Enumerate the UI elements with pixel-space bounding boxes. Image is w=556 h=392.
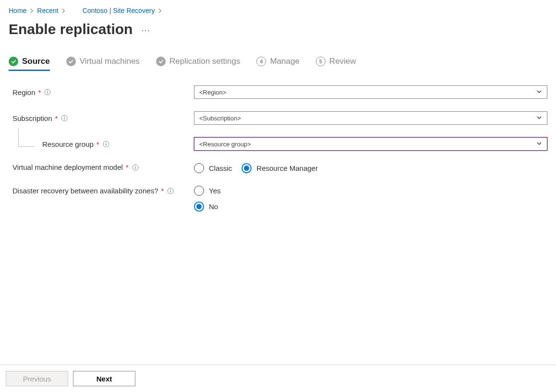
form-area: Region * <Region> Subscription * <box>12 85 547 212</box>
svg-rect-7 <box>106 143 106 145</box>
breadcrumb-contoso-site-recovery[interactable]: Contoso | Site Recovery <box>83 7 155 14</box>
label-text: Region <box>12 88 36 96</box>
chevron-right-icon <box>61 7 66 14</box>
step-label: Virtual machines <box>80 57 140 66</box>
svg-rect-13 <box>170 190 171 192</box>
svg-rect-4 <box>64 118 65 119</box>
step-manage[interactable]: 4 Manage <box>256 57 299 71</box>
svg-rect-5 <box>64 116 65 117</box>
row-region: Region * <Region> <box>12 85 547 99</box>
label-resource-group: Resource group * <box>12 140 194 148</box>
step-source[interactable]: Source <box>9 57 50 71</box>
radio-label: Resource Manager <box>256 164 318 172</box>
breadcrumb: Home Recent Contoso | Site Recovery <box>9 7 547 14</box>
svg-rect-10 <box>135 167 135 169</box>
row-resource-group: Resource group * <Resource group> <box>12 137 547 151</box>
step-number-icon: 4 <box>256 57 266 66</box>
radio-label: Classic <box>209 164 232 172</box>
previous-button: Previous <box>6 371 68 386</box>
radio-icon <box>242 163 252 173</box>
check-icon <box>9 57 18 66</box>
chevron-down-icon <box>536 141 542 148</box>
svg-rect-14 <box>170 190 171 190</box>
next-button[interactable]: Next <box>73 371 135 386</box>
svg-rect-11 <box>135 166 135 166</box>
check-icon <box>156 57 166 66</box>
radio-label: No <box>209 202 218 211</box>
chevron-right-icon <box>157 7 162 14</box>
dr-between-az-radio-group: Yes No <box>194 186 220 212</box>
step-virtual-machines[interactable]: Virtual machines <box>66 57 140 71</box>
label-subscription: Subscription * <box>12 114 194 122</box>
subscription-dropdown[interactable]: <Subscription> <box>194 111 547 125</box>
required-indicator: * <box>38 88 41 96</box>
label-text: Disaster recovery between availability z… <box>12 186 158 197</box>
radio-icon <box>194 163 204 173</box>
step-label: Manage <box>270 57 299 66</box>
breadcrumb-home[interactable]: Home <box>9 7 26 14</box>
radio-resource-manager[interactable]: Resource Manager <box>242 163 318 173</box>
svg-rect-2 <box>48 90 48 91</box>
row-subscription: Subscription * <Subscription> <box>12 111 547 125</box>
svg-rect-1 <box>48 92 48 94</box>
wizard-footer: Previous Next <box>0 365 556 392</box>
radio-classic[interactable]: Classic <box>194 163 232 173</box>
radio-dr-yes[interactable]: Yes <box>194 186 220 196</box>
step-review[interactable]: 5 Review <box>316 57 356 71</box>
info-icon[interactable] <box>102 140 110 148</box>
check-icon <box>66 57 76 66</box>
step-number-icon: 5 <box>316 57 326 66</box>
step-replication-settings[interactable]: Replication settings <box>156 57 240 71</box>
row-dr-between-az: Disaster recovery between availability z… <box>12 186 547 212</box>
required-indicator: * <box>97 140 99 148</box>
label-region: Region * <box>12 88 194 96</box>
more-actions-button[interactable]: ··· <box>141 24 150 35</box>
info-icon[interactable] <box>132 164 139 171</box>
dropdown-value: <Subscription> <box>199 115 241 122</box>
radio-icon <box>194 186 204 196</box>
label-deployment-model: Virtual machine deployment model * <box>12 163 194 171</box>
label-text: Resource group <box>42 140 94 148</box>
breadcrumb-recent[interactable]: Recent <box>37 7 58 14</box>
chevron-down-icon <box>536 89 542 96</box>
step-label: Review <box>329 57 356 66</box>
info-icon[interactable] <box>167 187 174 195</box>
resource-group-dropdown[interactable]: <Resource group> <box>194 137 547 151</box>
dropdown-value: <Region> <box>199 89 226 96</box>
chevron-down-icon <box>536 115 542 122</box>
row-deployment-model: Virtual machine deployment model * Class… <box>12 163 547 173</box>
label-text: Virtual machine deployment model <box>12 163 123 171</box>
step-label: Replication settings <box>169 57 240 66</box>
wizard-steps: Source Virtual machines Replication sett… <box>9 57 547 71</box>
info-icon[interactable] <box>60 114 68 122</box>
chevron-right-icon <box>29 7 34 14</box>
deployment-model-radio-group: Classic Resource Manager <box>194 163 318 173</box>
indent-line <box>18 129 35 147</box>
radio-dr-no[interactable]: No <box>194 202 220 212</box>
required-indicator: * <box>55 114 58 122</box>
radio-label: Yes <box>209 187 220 195</box>
label-dr-between-az: Disaster recovery between availability z… <box>12 186 194 197</box>
svg-rect-8 <box>106 142 106 143</box>
title-row: Enable replication ··· <box>9 21 547 37</box>
required-indicator: * <box>126 163 129 171</box>
step-label: Source <box>22 57 50 66</box>
page-title: Enable replication <box>9 21 133 37</box>
region-dropdown[interactable]: <Region> <box>194 85 547 99</box>
label-text: Subscription <box>12 114 52 122</box>
dropdown-value: <Resource group> <box>199 141 251 148</box>
radio-icon <box>194 202 204 212</box>
required-indicator: * <box>161 186 164 197</box>
info-icon[interactable] <box>44 88 51 96</box>
